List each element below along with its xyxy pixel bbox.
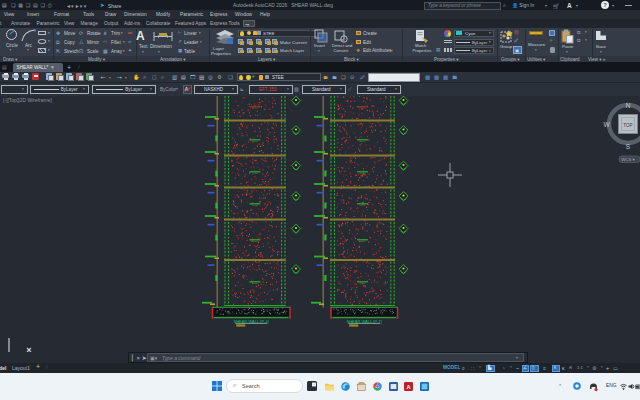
svg-text:WCS ▾: WCS ▾ bbox=[621, 157, 635, 162]
svg-text:TOP: TOP bbox=[623, 123, 632, 128]
svg-text:A: A bbox=[406, 383, 410, 389]
svg-text:SHEAR WALL (P-4): SHEAR WALL (P-4) bbox=[234, 319, 270, 324]
svg-text:[-][Top][2D Wireframe]: [-][Top][2D Wireframe] bbox=[3, 97, 53, 103]
svg-text:N: N bbox=[626, 102, 631, 109]
svg-text:S: S bbox=[626, 143, 631, 150]
svg-text:W: W bbox=[603, 121, 610, 128]
svg-text:SHEAR WALL (P-7): SHEAR WALL (P-7) bbox=[347, 319, 383, 324]
